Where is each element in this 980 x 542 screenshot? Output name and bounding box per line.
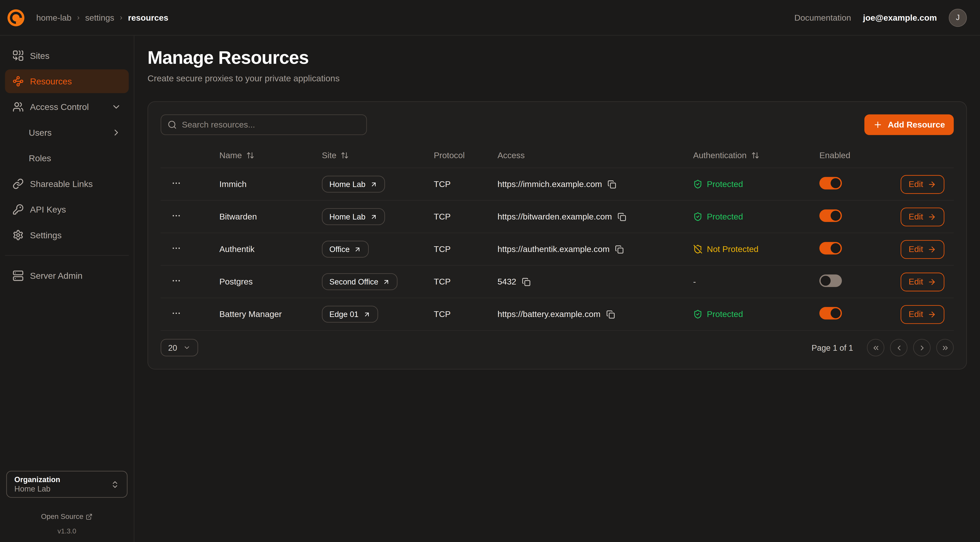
sidebar-item-label: Resources xyxy=(30,76,72,86)
sidebar-item-roles[interactable]: Roles xyxy=(5,146,129,170)
resource-name: Authentik xyxy=(220,244,322,254)
sidebar-item-label: Access Control xyxy=(30,102,89,112)
arrow-right-icon xyxy=(928,180,936,189)
row-menu-button[interactable] xyxy=(171,211,181,221)
page-info: Page 1 of 1 xyxy=(812,343,853,352)
resource-access-url: https://immich.example.com xyxy=(498,179,602,189)
column-header-site[interactable]: Site xyxy=(322,150,434,160)
sidebar-item-label: Users xyxy=(29,128,52,137)
row-menu-button[interactable] xyxy=(171,276,181,286)
copy-button[interactable] xyxy=(617,212,626,221)
top-bar: home-lab › settings › resources Document… xyxy=(0,0,980,35)
site-link-badge[interactable]: Edge 01 xyxy=(322,306,378,323)
sidebar-item-label: Shareable Links xyxy=(30,179,93,189)
add-resource-button[interactable]: Add Resource xyxy=(865,115,954,135)
pagination: 20 Page 1 of 1 xyxy=(161,339,954,356)
auth-badge: Protected xyxy=(693,179,819,189)
arrow-right-icon xyxy=(928,245,936,253)
arrow-up-right-icon xyxy=(354,245,361,253)
sort-icon xyxy=(341,151,349,159)
resources-card: Add Resource Name Site xyxy=(148,101,967,370)
edit-button[interactable]: Edit xyxy=(900,207,945,226)
next-page-button[interactable] xyxy=(913,339,931,356)
sidebar-item-settings[interactable]: Settings xyxy=(5,223,129,247)
column-header-authentication[interactable]: Authentication xyxy=(693,150,819,160)
chevrons-up-down-icon xyxy=(111,480,119,489)
sidebar-item-access-control[interactable]: Access Control xyxy=(5,95,129,119)
search-input[interactable] xyxy=(182,120,360,129)
ellipsis-icon xyxy=(171,276,181,286)
user-email[interactable]: joe@example.com xyxy=(863,13,937,22)
sidebar-item-shareable-links[interactable]: Shareable Links xyxy=(5,172,129,196)
enabled-toggle[interactable] xyxy=(819,177,842,190)
breadcrumb-resources: resources xyxy=(128,13,168,22)
user-avatar[interactable]: J xyxy=(949,8,967,27)
column-header-name[interactable]: Name xyxy=(220,150,322,160)
copy-icon xyxy=(617,212,626,221)
breadcrumb-separator: › xyxy=(77,13,80,22)
sidebar-item-sites[interactable]: Sites xyxy=(5,44,129,67)
organization-label: Organization xyxy=(14,475,60,484)
edit-button[interactable]: Edit xyxy=(900,240,945,258)
resource-name: Immich xyxy=(220,179,322,189)
breadcrumb-settings[interactable]: settings xyxy=(85,13,114,22)
shield-check-icon xyxy=(693,212,703,222)
enabled-toggle[interactable] xyxy=(819,209,842,222)
arrow-up-right-icon xyxy=(383,278,390,285)
site-link-badge[interactable]: Home Lab xyxy=(322,176,385,193)
link-icon xyxy=(13,178,24,190)
sidebar-item-users[interactable]: Users xyxy=(5,121,129,144)
arrow-right-icon xyxy=(928,212,936,221)
edit-button[interactable]: Edit xyxy=(900,272,945,291)
shield-check-icon xyxy=(693,179,703,189)
enabled-toggle[interactable] xyxy=(819,242,842,255)
first-page-button[interactable] xyxy=(867,339,885,356)
copy-button[interactable] xyxy=(606,310,615,319)
waypoints-icon xyxy=(13,76,24,87)
organization-value: Home Lab xyxy=(14,485,60,493)
site-link-badge[interactable]: Office xyxy=(322,241,369,258)
plus-icon xyxy=(873,120,883,129)
arrow-right-icon xyxy=(928,277,936,286)
sidebar-item-server-admin[interactable]: Server Admin xyxy=(5,264,129,287)
server-icon xyxy=(13,270,24,281)
edit-button[interactable]: Edit xyxy=(900,305,945,324)
copy-button[interactable] xyxy=(615,245,624,253)
row-menu-button[interactable] xyxy=(171,308,181,318)
edit-button[interactable]: Edit xyxy=(900,175,945,193)
sidebar-item-resources[interactable]: Resources xyxy=(5,70,129,93)
shield-off-icon xyxy=(693,244,703,254)
copy-button[interactable] xyxy=(522,277,531,286)
resource-protocol: TCP xyxy=(434,244,498,254)
open-source-link[interactable]: Open Source xyxy=(41,513,93,520)
add-resource-label: Add Resource xyxy=(888,120,945,129)
last-page-button[interactable] xyxy=(936,339,954,356)
sidebar-item-api-keys[interactable]: API Keys xyxy=(5,198,129,222)
row-menu-button[interactable] xyxy=(171,243,181,253)
resource-protocol: TCP xyxy=(434,277,498,286)
copy-button[interactable] xyxy=(608,180,617,189)
auth-status-text: Protected xyxy=(707,309,743,319)
edit-label: Edit xyxy=(908,212,923,222)
search-box xyxy=(161,115,367,135)
ellipsis-icon xyxy=(171,211,181,221)
auth-badge: - xyxy=(693,277,819,286)
combine-icon xyxy=(13,50,24,61)
organization-switcher[interactable]: Organization Home Lab xyxy=(6,471,128,498)
sidebar-item-label: Server Admin xyxy=(30,271,83,281)
arrow-up-right-icon xyxy=(370,180,377,188)
previous-page-button[interactable] xyxy=(890,339,907,356)
site-link-badge[interactable]: Home Lab xyxy=(322,208,385,225)
row-menu-button[interactable] xyxy=(171,178,181,188)
enabled-toggle[interactable] xyxy=(819,307,842,319)
arrow-up-right-icon xyxy=(370,213,377,220)
toggle-knob xyxy=(830,243,841,253)
page-title: Manage Resources xyxy=(148,48,967,68)
resource-protocol: TCP xyxy=(434,212,498,222)
site-link-badge[interactable]: Second Office xyxy=(322,273,398,290)
auth-badge: Protected xyxy=(693,212,819,222)
documentation-link[interactable]: Documentation xyxy=(794,13,851,22)
page-size-select[interactable]: 20 xyxy=(161,339,198,356)
enabled-toggle[interactable] xyxy=(819,274,842,287)
breadcrumb-org[interactable]: home-lab xyxy=(36,13,71,22)
